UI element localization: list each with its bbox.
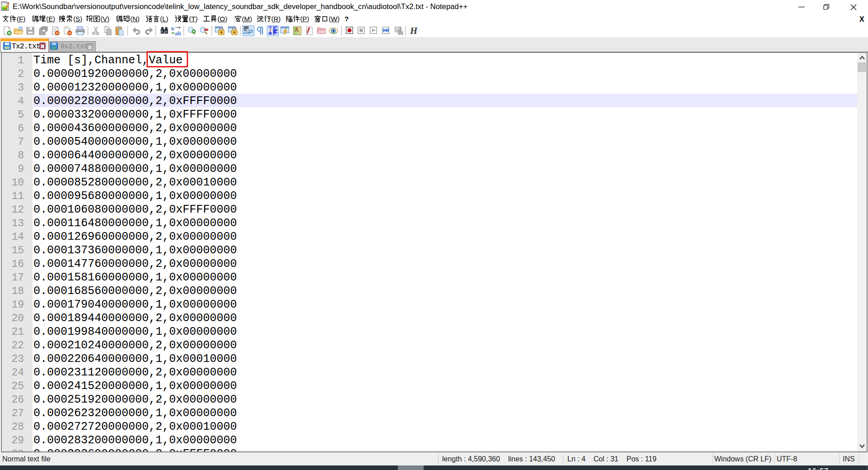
svg-text:b: b (171, 26, 174, 31)
svg-text:ab: ab (175, 30, 181, 36)
